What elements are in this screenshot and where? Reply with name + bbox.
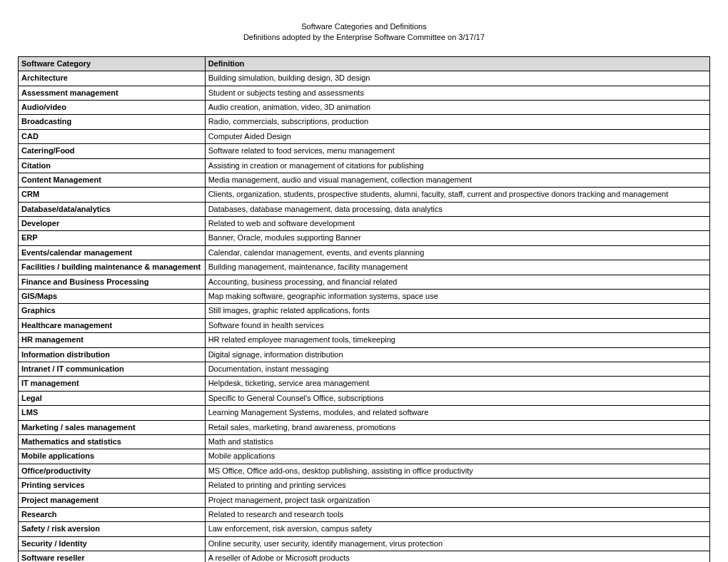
- table-row: GraphicsStill images, graphic related ap…: [19, 304, 710, 318]
- category-cell: Marketing / sales management: [19, 420, 206, 434]
- table-row: ResearchRelated to research and research…: [19, 507, 710, 521]
- table-row: Security / IdentityOnline security, user…: [19, 536, 710, 551]
- table-row: Information distributionDigital signage,…: [19, 347, 710, 362]
- table-row: ArchitectureBuilding simulation, buildin…: [19, 71, 710, 86]
- definition-cell: Helpdesk, ticketing, service area manage…: [205, 377, 709, 391]
- category-cell: Mathematics and statistics: [19, 434, 206, 449]
- category-cell: Database/data/analytics: [19, 202, 206, 216]
- table-row: Content ManagementMedia management, audi…: [19, 173, 710, 187]
- definition-cell: Online security, user security, identify…: [205, 536, 709, 551]
- category-cell: Finance and Business Processing: [19, 275, 206, 289]
- table-row: Mobile applicationsMobile applications: [19, 449, 710, 464]
- definition-cell: Computer Aided Design: [205, 129, 709, 143]
- definition-cell: Radio, commercials, subscriptions, produ…: [205, 115, 709, 129]
- table-row: Assessment managementStudent or subjects…: [19, 86, 710, 100]
- table-row: Audio/videoAudio creation, animation, vi…: [19, 100, 710, 114]
- category-cell: Events/calendar management: [19, 245, 206, 260]
- definition-cell: Software related to food services, menu …: [205, 144, 709, 158]
- table-row: DeveloperRelated to web and software dev…: [19, 217, 710, 231]
- category-cell: CAD: [19, 129, 206, 143]
- category-cell: HR management: [19, 333, 206, 347]
- definition-cell: Clients, organization, students, prospec…: [205, 188, 709, 202]
- definition-cell: MS Office, Office add-ons, desktop publi…: [205, 464, 709, 478]
- document-header: Software Categories and Definitions Defi…: [18, 21, 710, 44]
- category-cell: Research: [19, 507, 206, 521]
- definition-cell: Retail sales, marketing, brand awareness…: [205, 420, 709, 434]
- category-cell: Intranet / IT communication: [19, 362, 206, 376]
- category-cell: Citation: [19, 158, 206, 173]
- category-cell: Printing services: [19, 479, 206, 493]
- definition-cell: Building management, maintenance, facili…: [205, 260, 709, 275]
- category-cell: Facilities / building maintenance & mana…: [19, 260, 206, 275]
- definition-cell: Map making software, geographic informat…: [205, 290, 709, 304]
- table-row: BroadcastingRadio, commercials, subscrip…: [19, 115, 710, 129]
- category-cell: Project management: [19, 493, 206, 507]
- definition-cell: Learning Management Systems, modules, an…: [205, 406, 709, 420]
- table-row: Project managementProject management, pr…: [19, 493, 710, 507]
- table-row: Software resellerA reseller of Adobe or …: [19, 551, 710, 562]
- category-cell: Architecture: [19, 71, 206, 86]
- definition-cell: Documentation, instant messaging: [205, 362, 709, 376]
- category-cell: CRM: [19, 188, 206, 202]
- table-row: GIS/MapsMap making software, geographic …: [19, 290, 710, 304]
- definition-cell: Specific to General Counsel's Office, su…: [205, 391, 709, 405]
- definition-cell: Still images, graphic related applicatio…: [205, 304, 709, 318]
- category-cell: Mobile applications: [19, 449, 206, 464]
- category-cell: ERP: [19, 231, 206, 245]
- definition-cell: Project management, project task organiz…: [205, 493, 709, 507]
- definition-cell: Databases, database management, data pro…: [205, 202, 709, 216]
- category-cell: Information distribution: [19, 347, 206, 362]
- categories-table: Software Category Definition Architectur…: [18, 56, 710, 562]
- category-cell: Office/productivity: [19, 464, 206, 478]
- category-cell: Audio/video: [19, 100, 206, 114]
- definition-cell: Student or subjects testing and assessme…: [205, 86, 709, 100]
- table-row: Catering/FoodSoftware related to food se…: [19, 144, 710, 158]
- category-cell: Healthcare management: [19, 318, 206, 332]
- definition-cell: Media management, audio and visual manag…: [205, 173, 709, 187]
- table-row: Database/data/analyticsDatabases, databa…: [19, 202, 710, 216]
- definition-cell: Digital signage, information distributio…: [205, 347, 709, 362]
- definition-cell: Mobile applications: [205, 449, 709, 464]
- definition-cell: Building simulation, building design, 3D…: [205, 71, 709, 86]
- category-cell: LMS: [19, 406, 206, 420]
- table-row: Printing servicesRelated to printing and…: [19, 479, 710, 493]
- table-row: ERPBanner, Oracle, modules supporting Ba…: [19, 231, 710, 245]
- table-row: Finance and Business ProcessingAccountin…: [19, 275, 710, 289]
- category-cell: GIS/Maps: [19, 290, 206, 304]
- category-cell: Content Management: [19, 173, 206, 187]
- table-row: Intranet / IT communicationDocumentation…: [19, 362, 710, 376]
- category-cell: Security / Identity: [19, 536, 206, 551]
- table-row: Healthcare managementSoftware found in h…: [19, 318, 710, 332]
- table-row: CRMClients, organization, students, pros…: [19, 188, 710, 202]
- table-row: LMSLearning Management Systems, modules,…: [19, 406, 710, 420]
- table-header-row: Software Category Definition: [19, 56, 710, 71]
- table-row: CADComputer Aided Design: [19, 129, 710, 143]
- table-row: Safety / risk aversionLaw enforcement, r…: [19, 522, 710, 536]
- category-cell: Graphics: [19, 304, 206, 318]
- definition-cell: Banner, Oracle, modules supporting Banne…: [205, 231, 709, 245]
- category-cell: IT management: [19, 377, 206, 391]
- table-row: Marketing / sales managementRetail sales…: [19, 420, 710, 434]
- table-row: Facilities / building maintenance & mana…: [19, 260, 710, 275]
- definition-cell: Related to printing and printing service…: [205, 479, 709, 493]
- table-row: Events/calendar managementCalendar, cale…: [19, 245, 710, 260]
- definition-cell: Audio creation, animation, video, 3D ani…: [205, 100, 709, 114]
- definition-cell: Assisting in creation or management of c…: [205, 158, 709, 173]
- definition-cell: Math and statistics: [205, 434, 709, 449]
- category-cell: Broadcasting: [19, 115, 206, 129]
- column-header-definition: Definition: [205, 56, 709, 71]
- definition-cell: Related to research and research tools: [205, 507, 709, 521]
- definition-cell: A reseller of Adobe or Microsoft product…: [205, 551, 709, 562]
- category-cell: Assessment management: [19, 86, 206, 100]
- category-cell: Legal: [19, 391, 206, 405]
- category-cell: Catering/Food: [19, 144, 206, 158]
- column-header-category: Software Category: [19, 56, 206, 71]
- definition-cell: Law enforcement, risk aversion, campus s…: [205, 522, 709, 536]
- table-row: CitationAssisting in creation or managem…: [19, 158, 710, 173]
- category-cell: Safety / risk aversion: [19, 522, 206, 536]
- table-row: LegalSpecific to General Counsel's Offic…: [19, 391, 710, 405]
- table-row: IT managementHelpdesk, ticketing, servic…: [19, 377, 710, 391]
- table-row: Office/productivityMS Office, Office add…: [19, 464, 710, 478]
- table-row: HR managementHR related employee managem…: [19, 333, 710, 347]
- definition-cell: Calendar, calendar management, events, a…: [205, 245, 709, 260]
